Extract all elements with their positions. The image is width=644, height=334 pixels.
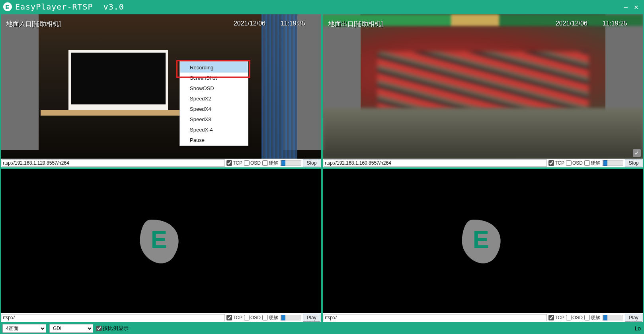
osd-checkbox-2[interactable]: OSD	[244, 315, 261, 320]
rtsp-url-input-1[interactable]	[324, 159, 547, 167]
app-logo-icon: E	[3, 2, 12, 11]
app-title: EasyPlayer-RTSP v3.0	[15, 2, 124, 12]
play-button-3[interactable]: Play	[625, 314, 642, 322]
video-area-1[interactable]: 地面出口[辅助相机] 2021/12/06 11:19:25	[323, 14, 643, 159]
context-menu: RecordingScreenShotShowOSDSpeedX2SpeedX4…	[180, 61, 248, 146]
osd-checkbox-1[interactable]: OSD	[566, 160, 583, 166]
context-menu-item[interactable]: SpeedX2	[180, 93, 248, 104]
context-menu-item[interactable]: SpeedX8	[180, 114, 248, 124]
volume-slider-0[interactable]	[280, 160, 301, 166]
hwdecode-checkbox-1[interactable]: 硬解	[584, 160, 600, 167]
video-area-0[interactable]: 地面入口[辅助相机] 2021/12/06 11:19:35 Recording…	[1, 14, 321, 159]
video-area-3[interactable]: E	[323, 169, 643, 313]
control-bar-0: TCP OSD 硬解 Stop	[1, 159, 321, 167]
video-pane-2: E TCP OSD 硬解 Play	[0, 168, 322, 323]
volume-slider-3[interactable]	[602, 315, 623, 320]
stop-button-0[interactable]: Stop	[303, 159, 320, 167]
osd-date-1: 2021/12/06	[556, 20, 587, 27]
minimize-button[interactable]: −	[621, 2, 631, 12]
renderer-select[interactable]: GDI	[49, 324, 93, 333]
svg-text:E: E	[150, 226, 167, 253]
osd-time-1: 11:19:25	[603, 20, 627, 27]
context-menu-item[interactable]: SpeedX4	[180, 104, 248, 114]
rtsp-url-input-0[interactable]	[2, 159, 225, 167]
stop-button-1[interactable]: Stop	[625, 159, 642, 167]
letterbox-left	[1, 14, 39, 150]
scale-checkbox[interactable]: 按比例显示	[96, 325, 129, 332]
hwdecode-checkbox-0[interactable]: 硬解	[262, 160, 278, 167]
layout-select[interactable]: 4画面	[2, 324, 46, 333]
control-bar-1: TCP OSD 硬解 Stop	[323, 159, 643, 167]
tcp-checkbox-2[interactable]: TCP	[226, 315, 242, 320]
control-bar-2: TCP OSD 硬解 Play	[1, 313, 321, 322]
app-version: v3.0	[103, 2, 124, 12]
osd-date-0: 2021/12/06	[234, 20, 265, 27]
titlebar: E EasyPlayer-RTSP v3.0 − ×	[0, 0, 644, 14]
tcp-checkbox-0[interactable]: TCP	[226, 160, 242, 166]
hwdecode-checkbox-3[interactable]: 硬解	[584, 314, 600, 321]
video-pane-1: 地面出口[辅助相机] 2021/12/06 11:19:25 TCP OSD 硬…	[322, 14, 644, 168]
easyplayer-logo-icon: E	[131, 213, 191, 269]
status-check-icon: ✓	[633, 149, 641, 157]
video-pane-3: E TCP OSD 硬解 Play	[322, 168, 644, 323]
osd-label-1: 地面出口[辅助相机]	[328, 20, 383, 28]
easyplayer-logo-icon: E	[453, 213, 513, 269]
log-label: Lo	[634, 325, 642, 332]
control-bar-3: TCP OSD 硬解 Play	[323, 313, 643, 322]
rtsp-url-input-2[interactable]	[2, 314, 225, 321]
app-name: EasyPlayer-RTSP	[15, 2, 93, 12]
context-menu-item[interactable]: Pause	[180, 135, 248, 145]
tcp-checkbox-3[interactable]: TCP	[548, 315, 564, 320]
bottom-toolbar: 4画面 GDI 按比例显示 Lo	[0, 323, 644, 334]
close-button[interactable]: ×	[631, 2, 642, 12]
svg-text:E: E	[472, 226, 489, 253]
video-pane-0: 地面入口[辅助相机] 2021/12/06 11:19:35 Recording…	[0, 14, 322, 168]
context-menu-item[interactable]: Recording	[180, 62, 248, 73]
context-menu-item[interactable]: ShowOSD	[180, 83, 248, 93]
tcp-checkbox-1[interactable]: TCP	[548, 160, 564, 166]
osd-time-0: 11:19:35	[281, 20, 305, 27]
osd-label-0: 地面入口[辅助相机]	[6, 20, 61, 28]
video-area-2[interactable]: E	[1, 169, 321, 313]
osd-checkbox-3[interactable]: OSD	[566, 315, 583, 320]
volume-slider-2[interactable]	[280, 315, 301, 320]
context-menu-item[interactable]: ScreenShot	[180, 73, 248, 83]
context-menu-item[interactable]: SpeedX-4	[180, 124, 248, 135]
play-button-2[interactable]: Play	[303, 314, 320, 322]
hwdecode-checkbox-2[interactable]: 硬解	[262, 314, 278, 321]
video-grid: 地面入口[辅助相机] 2021/12/06 11:19:35 Recording…	[0, 14, 644, 323]
rtsp-url-input-3[interactable]	[324, 314, 547, 321]
volume-slider-1[interactable]	[602, 160, 623, 166]
osd-checkbox-0[interactable]: OSD	[244, 160, 261, 166]
